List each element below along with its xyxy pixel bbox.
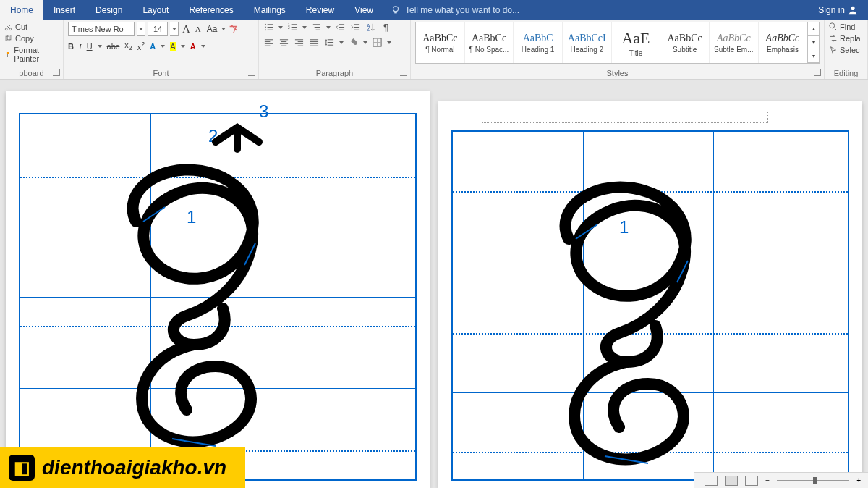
format-painter-button[interactable]: Format Painter	[4, 45, 59, 64]
zoom-in-button[interactable]: +	[856, 476, 861, 484]
page-right[interactable]: 1	[438, 101, 862, 488]
increase-indent-button[interactable]	[350, 22, 361, 33]
subscript-button[interactable]: x2	[124, 41, 132, 51]
tell-me-search[interactable]: Tell me what you want to do...	[383, 5, 519, 15]
style-nospacing[interactable]: AaBbCc¶ No Spac...	[465, 22, 514, 63]
scroll-down-icon[interactable]: ▾	[808, 36, 819, 50]
line-spacing-button[interactable]	[324, 37, 335, 48]
find-button[interactable]: Find	[829, 22, 863, 32]
style-emphasis[interactable]: AaBbCcEmphasis	[759, 22, 808, 63]
clear-formatting-icon[interactable]	[228, 24, 238, 34]
svg-rect-6	[7, 52, 9, 54]
styles-gallery: AaBbCc¶ Normal AaBbCc¶ No Spac... AaBbCH…	[415, 22, 820, 64]
sort-button[interactable]: AZ	[365, 22, 376, 33]
replace-icon	[829, 34, 838, 43]
font-size-dropdown[interactable]	[170, 22, 179, 36]
font-size-input[interactable]: 14	[148, 22, 168, 36]
chevron-down-icon	[181, 45, 185, 48]
highlight-label: A	[170, 42, 175, 51]
shading-button[interactable]	[348, 37, 359, 48]
font-color-button[interactable]: A	[190, 42, 196, 51]
style-title[interactable]: AaETitle	[612, 22, 661, 63]
text-effects-button[interactable]: A	[150, 42, 156, 51]
superscript-button[interactable]: x2	[137, 41, 145, 51]
chevron-down-icon	[278, 26, 283, 29]
show-marks-button[interactable]: ¶	[380, 22, 391, 33]
text-cursor-box	[482, 112, 768, 123]
justify-button[interactable]	[309, 37, 320, 48]
zoom-slider[interactable]	[777, 480, 849, 481]
align-left-button[interactable]	[263, 37, 274, 48]
clipboard-group: Cut Copy Format Painter pboard	[0, 20, 64, 79]
styles-group-title: Styles	[411, 69, 824, 77]
bullets-button[interactable]	[263, 22, 274, 33]
font-group: Times New Ro 14 A A Aa B I U abc x2 x2 A…	[64, 20, 259, 79]
tab-home[interactable]: Home	[0, 0, 43, 20]
search-icon	[829, 22, 838, 31]
page-left[interactable]: 2 3 1	[6, 91, 430, 488]
paragraph-launcher[interactable]	[400, 69, 407, 76]
copy-button[interactable]: Copy	[4, 33, 59, 43]
replace-button[interactable]: Repla	[829, 33, 863, 43]
lightbulb-icon	[391, 5, 401, 15]
numbering-button[interactable]: 12	[287, 22, 298, 33]
document-area: 2 3 1 1	[0, 80, 868, 488]
highlight-button[interactable]: A	[170, 42, 175, 51]
sign-in-label: Sign in	[818, 5, 845, 15]
scroll-up-icon[interactable]: ▴	[808, 22, 819, 36]
watermark-badge: ◧ dienthoaigiakho.vn	[0, 447, 245, 488]
font-name-dropdown[interactable]	[137, 22, 145, 36]
multilevel-list-button[interactable]	[311, 22, 322, 33]
tab-view[interactable]: View	[344, 0, 383, 20]
tab-mailings[interactable]: Mailings	[244, 0, 296, 20]
font-name-input[interactable]: Times New Ro	[68, 22, 135, 36]
user-icon	[848, 5, 858, 15]
grow-font-button[interactable]: A	[181, 23, 192, 35]
decrease-indent-button[interactable]	[335, 22, 346, 33]
shrink-font-button[interactable]: A	[194, 25, 203, 33]
styles-launcher[interactable]	[814, 69, 821, 76]
align-right-button[interactable]	[294, 37, 305, 48]
print-layout-button[interactable]	[725, 476, 738, 486]
style-sample: AaBbCc	[422, 33, 457, 44]
cut-button[interactable]: Cut	[4, 22, 59, 32]
borders-button[interactable]	[372, 37, 383, 48]
style-subtitle[interactable]: AaBbCcSubtitle	[660, 22, 710, 63]
tab-insert[interactable]: Insert	[43, 0, 85, 20]
read-mode-button[interactable]	[705, 476, 718, 486]
tab-review[interactable]: Review	[296, 0, 344, 20]
style-sample: AaBbCc	[766, 33, 800, 44]
italic-button[interactable]: I	[79, 42, 82, 51]
select-button[interactable]: Selec	[829, 45, 863, 55]
cursive-letter-e-hat	[100, 120, 317, 468]
sign-in-button[interactable]: Sign in	[808, 5, 868, 15]
style-normal[interactable]: AaBbCc¶ Normal	[416, 22, 465, 63]
style-heading1[interactable]: AaBbCHeading 1	[514, 22, 563, 63]
underline-button[interactable]: U	[87, 42, 93, 51]
style-name: Subtitle	[673, 46, 697, 54]
tab-layout[interactable]: Layout	[132, 0, 179, 20]
strikethrough-button[interactable]: abc	[107, 42, 120, 51]
editing-group-title: Editing	[825, 69, 867, 77]
style-name: Subtle Em...	[714, 46, 753, 54]
align-center-button[interactable]	[278, 37, 289, 48]
svg-text:Z: Z	[367, 27, 370, 32]
clipboard-launcher[interactable]	[53, 69, 60, 76]
gallery-scroll[interactable]: ▴▾▾	[807, 22, 819, 63]
web-layout-button[interactable]	[745, 476, 758, 486]
zoom-out-button[interactable]: −	[765, 476, 770, 484]
status-bar: − +	[694, 472, 868, 488]
bold-button[interactable]: B	[68, 42, 74, 51]
scissors-icon	[4, 23, 12, 31]
tab-references[interactable]: References	[179, 0, 243, 20]
style-heading2[interactable]: AaBbCcIHeading 2	[563, 22, 612, 63]
subscript-2: 2	[129, 44, 132, 51]
font-launcher[interactable]	[248, 69, 255, 76]
tab-design[interactable]: Design	[85, 0, 132, 20]
chevron-down-icon	[161, 45, 165, 48]
change-case-button[interactable]: Aa	[205, 24, 220, 34]
gallery-more-icon[interactable]: ▾	[808, 49, 819, 63]
ribbon: Cut Copy Format Painter pboard Times New…	[0, 20, 868, 80]
cursor-icon	[829, 46, 838, 54]
style-subtleem[interactable]: AaBbCcSubtle Em...	[710, 22, 759, 63]
